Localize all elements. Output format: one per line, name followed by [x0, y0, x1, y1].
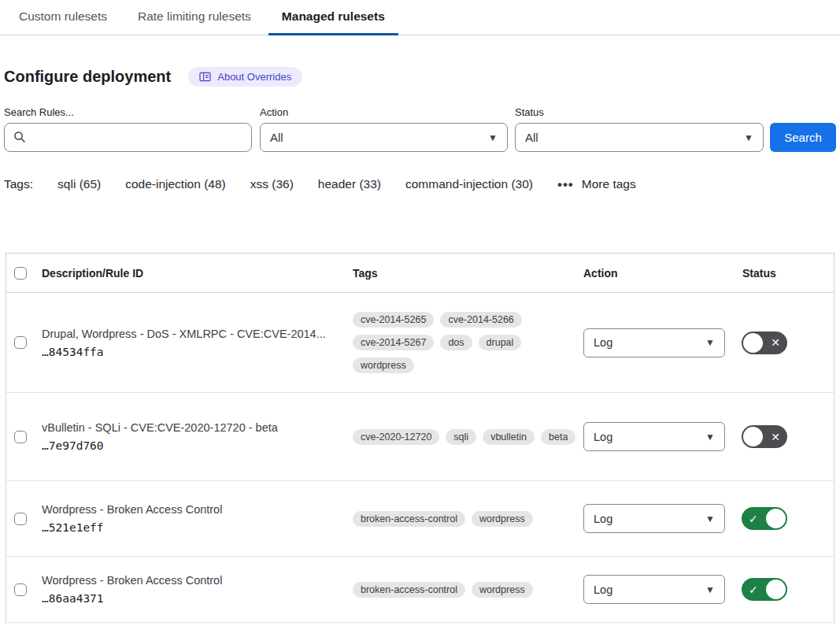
select-all-checkbox[interactable] — [14, 267, 27, 280]
search-button[interactable]: Search — [770, 123, 836, 152]
page-title: Configure deployment — [4, 68, 171, 86]
rule-action-select[interactable]: Log ▼ — [583, 575, 725, 604]
rule-tag-pill: dos — [440, 335, 472, 350]
search-rules-label: Search Rules... — [4, 106, 260, 118]
toggle-knob — [743, 427, 763, 446]
toggle-knob — [766, 509, 786, 528]
rule-tag-pill: beta — [541, 429, 575, 445]
row-checkbox[interactable] — [14, 431, 27, 443]
rule-tag-pill: cve-2014-5267 — [353, 335, 434, 350]
column-header-tags: Tags — [347, 267, 578, 280]
row-checkbox[interactable] — [14, 336, 27, 349]
about-overrides-label: About Overrides — [217, 71, 291, 83]
chevron-down-icon: ▼ — [705, 514, 715, 524]
table-row: Drupal, Wordpress - DoS - XMLRPC - CVE:C… — [6, 293, 834, 393]
tags-bar: Tags: sqli (65) code-injection (48) xss … — [4, 176, 840, 193]
tag-filter-code-injection[interactable]: code-injection (48) — [125, 177, 226, 191]
rule-id: …521e1eff — [42, 521, 347, 534]
rules-table: Description/Rule ID Tags Action Status D… — [6, 253, 834, 623]
chevron-down-icon: ▼ — [705, 585, 715, 595]
column-header-description: Description/Rule ID — [36, 267, 347, 280]
rule-tag-pill: broken-access-control — [353, 511, 465, 527]
rule-tag-pill: wordpress — [353, 357, 414, 373]
action-filter-label: Action — [260, 106, 515, 118]
rule-tag-pill: broken-access-control — [353, 582, 465, 598]
tag-filter-xss[interactable]: xss (36) — [250, 177, 294, 191]
chevron-down-icon: ▼ — [705, 432, 715, 442]
rule-tag-pill: wordpress — [472, 582, 533, 598]
chevron-down-icon: ▼ — [705, 338, 715, 347]
column-header-action: Action — [578, 267, 737, 280]
search-icon — [13, 131, 26, 143]
check-icon: ✓ — [749, 584, 758, 595]
rule-action-select[interactable]: Log ▼ — [583, 422, 725, 451]
rule-action-select[interactable]: Log ▼ — [583, 504, 725, 533]
chevron-down-icon: ▼ — [488, 133, 498, 143]
row-checkbox[interactable] — [14, 513, 27, 525]
rule-tag-pill: cve-2014-5266 — [440, 312, 521, 328]
tag-filter-sqli[interactable]: sqli (65) — [57, 177, 101, 191]
search-rules-input[interactable] — [4, 123, 252, 152]
status-filter-value: All — [525, 131, 538, 144]
rule-description: Drupal, Wordpress - DoS - XMLRPC - CVE:C… — [42, 328, 347, 340]
rule-tag-pill: vbulletin — [483, 429, 535, 445]
ruleset-tabs: Custom rulesets Rate limiting rulesets M… — [0, 0, 840, 35]
table-row: Wordpress - Broken Access Control …521e1… — [6, 481, 834, 557]
rule-action-value: Log — [594, 583, 612, 596]
tab-rate-limiting-rulesets[interactable]: Rate limiting rulesets — [124, 0, 265, 35]
rule-status-toggle[interactable]: ✓ ✕ — [742, 578, 787, 601]
more-tags-label: More tags — [582, 177, 636, 191]
rule-tag-pill: cve-2020-12720 — [353, 429, 439, 445]
table-row: Wordpress - Broken Access Control …86aa4… — [6, 557, 834, 623]
tab-custom-rulesets[interactable]: Custom rulesets — [6, 0, 120, 35]
table-row: vBulletin - SQLi - CVE:CVE-2020-12720 - … — [6, 393, 834, 481]
tags-bar-label: Tags: — [4, 177, 33, 191]
rule-status-toggle[interactable]: ✓ ✕ — [742, 332, 787, 354]
rule-status-toggle[interactable]: ✓ ✕ — [742, 507, 787, 530]
toggle-knob — [743, 333, 763, 353]
tag-filter-header[interactable]: header (33) — [318, 177, 381, 191]
about-overrides-link[interactable]: About Overrides — [188, 67, 302, 87]
toggle-knob — [766, 580, 786, 599]
rule-id: …7e97d760 — [42, 439, 347, 452]
rule-description: Wordpress - Broken Access Control — [42, 503, 347, 516]
rule-tag-pill: wordpress — [472, 511, 533, 527]
rule-action-select[interactable]: Log ▼ — [583, 328, 725, 357]
rule-description: vBulletin - SQLi - CVE:CVE-2020-12720 - … — [42, 421, 347, 434]
rule-tag-pill: drupal — [479, 335, 522, 350]
chevron-down-icon: ▼ — [744, 133, 753, 143]
status-filter-select[interactable]: All ▼ — [515, 123, 764, 152]
more-tags-button[interactable]: ••• More tags — [557, 177, 636, 191]
x-icon: ✕ — [771, 432, 780, 443]
rule-id: …86aa4371 — [42, 592, 347, 605]
row-checkbox[interactable] — [14, 583, 27, 596]
status-filter-label: Status — [515, 106, 770, 118]
rule-description: Wordpress - Broken Access Control — [42, 574, 347, 587]
rule-action-value: Log — [594, 431, 612, 443]
tag-filter-command-injection[interactable]: command-injection (30) — [405, 177, 533, 191]
rule-status-toggle[interactable]: ✓ ✕ — [742, 425, 787, 448]
rule-action-value: Log — [594, 513, 612, 525]
book-icon — [199, 72, 211, 82]
tab-managed-rulesets[interactable]: Managed rulesets — [268, 0, 398, 35]
rule-tag-pill: cve-2014-5265 — [353, 312, 434, 328]
column-header-status: Status — [737, 267, 834, 280]
page-header: Configure deployment About Overrides — [4, 67, 840, 87]
rule-action-value: Log — [594, 336, 612, 349]
more-tags-ellipsis-icon: ••• — [557, 178, 574, 191]
x-icon: ✕ — [771, 337, 780, 348]
filter-bar: Search Rules... Action All ▼ Status All … — [4, 106, 840, 152]
action-filter-select[interactable]: All ▼ — [260, 123, 508, 152]
rule-tag-pill: sqli — [446, 429, 476, 445]
action-filter-value: All — [270, 131, 283, 144]
rule-id: …84534ffa — [42, 346, 347, 358]
check-icon: ✓ — [749, 513, 758, 524]
table-header-row: Description/Rule ID Tags Action Status — [6, 254, 834, 293]
